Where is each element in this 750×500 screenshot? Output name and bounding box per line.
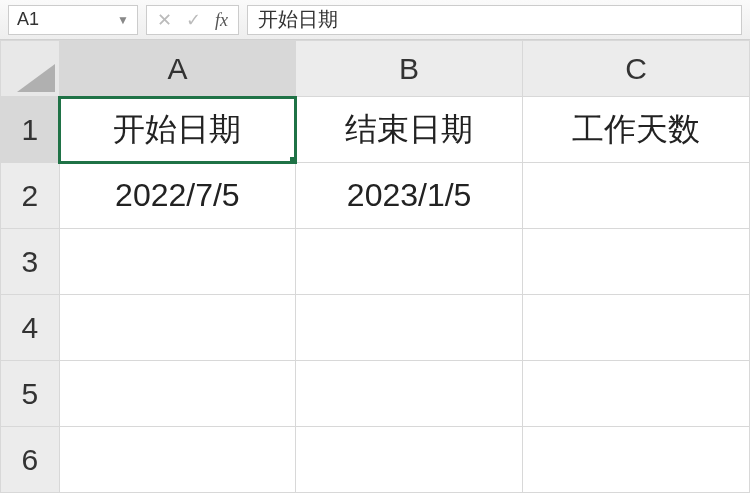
select-all-corner[interactable] — [1, 41, 60, 97]
cell-C2[interactable] — [523, 163, 750, 229]
cell-B5[interactable] — [296, 361, 523, 427]
row-header-3[interactable]: 3 — [1, 229, 60, 295]
formula-input[interactable]: 开始日期 — [247, 5, 742, 35]
cell-C1[interactable]: 工作天数 — [523, 97, 750, 163]
row-header-4[interactable]: 4 — [1, 295, 60, 361]
cell-C4[interactable] — [523, 295, 750, 361]
column-header-C[interactable]: C — [523, 41, 750, 97]
cell-A6[interactable] — [59, 427, 296, 493]
name-box[interactable]: A1 ▼ — [8, 5, 138, 35]
cell-B2[interactable]: 2023/1/5 — [296, 163, 523, 229]
spreadsheet-grid: A B C 1 开始日期 结束日期 工作天数 2 2022/7/5 2023/1… — [0, 40, 750, 493]
confirm-icon[interactable]: ✓ — [186, 11, 201, 29]
cell-B1[interactable]: 结束日期 — [296, 97, 523, 163]
cell-A2[interactable]: 2022/7/5 — [59, 163, 296, 229]
cell-B3[interactable] — [296, 229, 523, 295]
cell-B6[interactable] — [296, 427, 523, 493]
formula-bar-buttons: ✕ ✓ fx — [146, 5, 239, 35]
row-header-5[interactable]: 5 — [1, 361, 60, 427]
formula-input-value: 开始日期 — [258, 6, 338, 33]
column-header-B[interactable]: B — [296, 41, 523, 97]
cell-A3[interactable] — [59, 229, 296, 295]
column-header-A[interactable]: A — [59, 41, 296, 97]
cell-A4[interactable] — [59, 295, 296, 361]
cell-C5[interactable] — [523, 361, 750, 427]
fx-icon[interactable]: fx — [215, 11, 228, 29]
cell-C6[interactable] — [523, 427, 750, 493]
row-header-1[interactable]: 1 — [1, 97, 60, 163]
cancel-icon[interactable]: ✕ — [157, 11, 172, 29]
cell-A1[interactable]: 开始日期 — [59, 97, 296, 163]
cell-A5[interactable] — [59, 361, 296, 427]
name-box-value: A1 — [17, 9, 39, 30]
row-header-2[interactable]: 2 — [1, 163, 60, 229]
formula-bar: A1 ▼ ✕ ✓ fx 开始日期 — [0, 0, 750, 40]
dropdown-icon[interactable]: ▼ — [117, 13, 129, 27]
row-header-6[interactable]: 6 — [1, 427, 60, 493]
cell-C3[interactable] — [523, 229, 750, 295]
cell-B4[interactable] — [296, 295, 523, 361]
